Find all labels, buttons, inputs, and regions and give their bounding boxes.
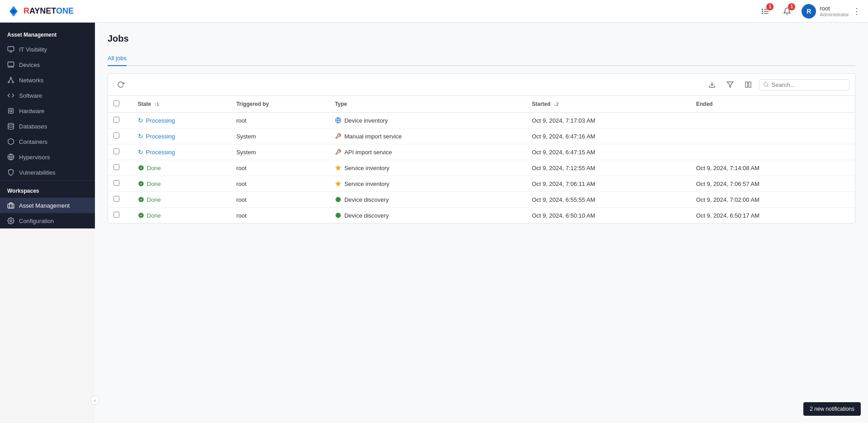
svg-line-17 [11,79,13,82]
triggered-by-cell: System [231,144,330,160]
task-badge: 1 [766,3,774,10]
table-row: Done rootDevice discoveryOct 9, 2024, 6:… [108,192,855,208]
database-icon [7,123,14,130]
row-checkbox[interactable] [113,212,119,218]
svg-rect-19 [10,110,12,112]
workspaces-title: Workspaces [0,181,95,198]
row-checkbox[interactable] [113,196,119,202]
toast-text: 2 new notifications [810,406,854,412]
notifications-button[interactable]: 1 [780,4,794,19]
col-header-started[interactable]: Started ↓2 [527,96,691,113]
triggered-by-cell: root [231,160,330,176]
tabs: All jobs [108,51,855,66]
ended-cell [691,144,855,160]
sidebar-item-label: Hardware [19,108,44,114]
sidebar-section-title: Asset Management [0,23,95,42]
task-list-button[interactable]: 1 [758,4,773,19]
started-cell: Oct 9, 2024, 7:17:03 AM [527,113,691,128]
sidebar-item-networks[interactable]: Networks [0,72,95,88]
select-all-checkbox[interactable] [113,100,119,106]
user-role: Administrator [820,12,849,17]
user-menu-dots[interactable]: ⋮ [853,6,861,16]
sidebar-wrapper: Asset Management IT Visibility Devices N… [0,23,95,423]
col-header-ended[interactable]: Ended [691,96,855,113]
sidebar-collapse-button[interactable]: ‹ [90,396,99,405]
type-cell: Service inventory [335,165,521,171]
type-cell: Service inventory [335,181,521,187]
row-checkbox[interactable] [113,148,119,154]
export-button[interactable] [705,77,719,92]
svg-point-40 [335,213,341,218]
sidebar-item-it-visibility[interactable]: IT Visibility [0,42,95,57]
started-cell: Oct 9, 2024, 6:55:55 AM [527,192,691,208]
sidebar-item-databases[interactable]: Databases [0,119,95,134]
started-cell: Oct 9, 2024, 6:47:16 AM [527,128,691,144]
svg-point-6 [762,11,763,12]
triggered-by-cell: root [231,192,330,208]
started-cell: Oct 9, 2024, 7:06:11 AM [527,176,691,192]
svg-marker-34 [335,165,341,170]
col-header-state[interactable]: State ↑1 [132,96,231,113]
filter-icon [726,81,734,88]
triggered-by-cell: root [231,208,330,223]
sidebar: Asset Management IT Visibility Devices N… [0,23,95,228]
state-cell: ↻ Processing [138,117,226,124]
started-cell: Oct 9, 2024, 7:12:55 AM [527,160,691,176]
svg-marker-26 [727,82,733,87]
export-icon [708,81,716,88]
notification-toast: 2 new notifications [803,402,861,416]
done-icon [138,196,144,203]
columns-button[interactable] [741,77,755,92]
sidebar-item-containers[interactable]: Containers [0,134,95,149]
sidebar-bottom: Workspaces Asset Management Configuratio… [0,180,95,228]
row-checkbox[interactable] [113,117,119,123]
type-cell: Device discovery [335,212,521,219]
table-row: ↻ Processing SystemAPI import serviceOct… [108,144,855,160]
sidebar-item-label: Networks [19,77,43,84]
tab-all-jobs[interactable]: All jobs [108,51,127,66]
state-cell: Done [138,165,226,171]
hypervisor-icon [7,153,14,161]
sidebar-item-asset-management[interactable]: Asset Management [0,198,95,213]
sidebar-item-vulnerabilities[interactable]: Vulnerabilities [0,165,95,180]
sidebar-item-label: Vulnerabilities [19,169,55,176]
circle-icon [335,196,341,203]
star-icon [335,165,341,171]
search-wrap[interactable] [759,79,849,90]
sidebar-item-devices[interactable]: Devices [0,57,95,72]
topbar-right: 1 1 R root Administrator ⋮ [758,4,861,19]
sidebar-item-software[interactable]: Software [0,88,95,103]
user-menu[interactable]: R root Administrator ⋮ [802,4,861,19]
sidebar-item-configuration[interactable]: Configuration [0,213,95,228]
state-sort: ↑1 [154,101,159,107]
sidebar-item-label: IT Visibility [19,46,47,53]
svg-point-24 [10,220,12,222]
done-icon [138,165,144,171]
refresh-button[interactable] [113,77,128,92]
row-checkbox[interactable] [113,133,119,138]
sidebar-item-hypervisors[interactable]: Hypervisors [0,149,95,165]
type-cell: API import service [335,149,521,156]
type-cell: Device inventory [335,117,521,124]
ended-cell: Oct 9, 2024, 7:14:08 AM [691,160,855,176]
svg-rect-8 [8,47,14,51]
container-icon [7,138,14,145]
col-header-triggered-by[interactable]: Triggered by [231,96,330,113]
svg-marker-36 [335,181,341,186]
topbar: RAYNETONE 1 1 R root Administrator ⋮ [0,0,868,23]
col-header-type[interactable]: Type [330,96,527,113]
table-row: ↻ Processing SystemManual import service… [108,128,855,144]
search-input[interactable] [772,81,845,88]
software-icon [7,92,14,99]
row-checkbox[interactable] [113,164,119,170]
svg-point-7 [762,13,763,14]
row-checkbox[interactable] [113,180,119,186]
refresh-icon [117,81,124,88]
svg-rect-11 [8,62,14,66]
filter-button[interactable] [723,77,737,92]
started-cell: Oct 9, 2024, 6:50:10 AM [527,208,691,223]
sidebar-item-label: Devices [19,62,40,68]
sidebar-item-hardware[interactable]: Hardware [0,103,95,119]
briefcase-icon [7,202,14,209]
svg-rect-18 [9,109,14,114]
